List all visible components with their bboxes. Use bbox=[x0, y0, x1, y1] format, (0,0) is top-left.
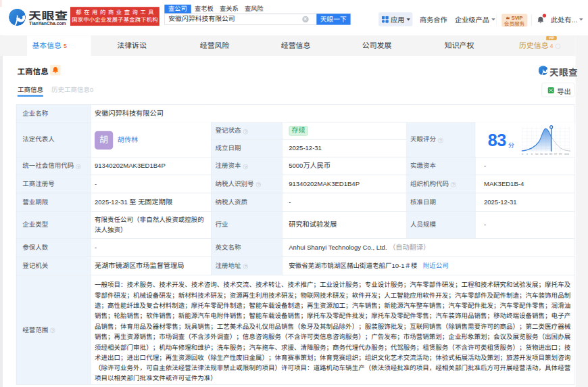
svg-text:97: 97 bbox=[554, 152, 558, 156]
svg-text:100: 100 bbox=[564, 152, 570, 156]
svg-text:60: 60 bbox=[545, 152, 548, 156]
svg-text:99: 99 bbox=[559, 152, 562, 156]
svg-text:5: 5 bbox=[531, 152, 533, 156]
svg-text:1: 1 bbox=[526, 152, 529, 156]
svg-text:0: 0 bbox=[522, 152, 524, 156]
svg-text:10: 10 bbox=[535, 152, 539, 156]
svg-text:30: 30 bbox=[540, 152, 543, 156]
svg-text:83: 83 bbox=[549, 152, 553, 156]
